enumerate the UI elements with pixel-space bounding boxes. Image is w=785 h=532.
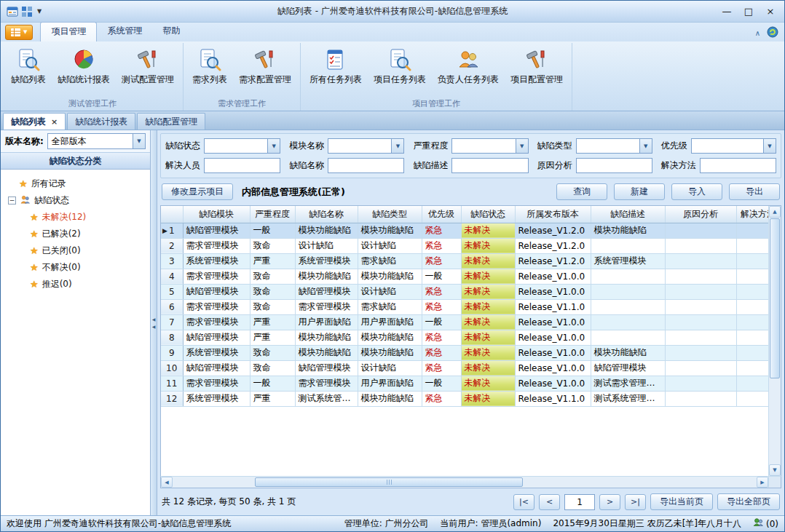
horizontal-scroll-thumb[interactable] bbox=[255, 477, 523, 487]
column-header-6[interactable]: 所属发布版本 bbox=[515, 206, 591, 223]
next-page-button[interactable]: > bbox=[599, 494, 620, 510]
minimize-button[interactable]: — bbox=[716, 4, 738, 20]
table-row[interactable]: 12系统管理模块严重测试系统管理...模块功能缺陷紧急未解决Release_V1… bbox=[161, 391, 768, 406]
column-header-3[interactable]: 缺陷类型 bbox=[358, 206, 422, 223]
tree-item-1-4[interactable]: ★推迟(0) bbox=[1, 276, 150, 293]
ribbon-button-2-0[interactable]: 所有任务列表 bbox=[305, 44, 366, 87]
ribbon-button-2-3[interactable]: 项目配置管理 bbox=[506, 44, 567, 87]
tree-item-1[interactable]: −缺陷状态 bbox=[1, 192, 150, 209]
import-button[interactable]: 导入 bbox=[671, 183, 722, 200]
filter-select-0-1[interactable]: ▼ bbox=[328, 138, 404, 154]
ribbon-button-2-1[interactable]: 项目任务列表 bbox=[369, 44, 430, 87]
tree-item-1-0[interactable]: ★未解决(12) bbox=[1, 209, 150, 226]
table-row[interactable]: 3系统管理模块严重系统管理模块需求缺陷紧急未解决Release_V1.2.0系统… bbox=[161, 253, 768, 269]
version-select[interactable]: 全部版本 ▼ bbox=[47, 133, 146, 149]
ribbon-tab-0[interactable]: 项目管理 bbox=[40, 22, 97, 41]
doc-tab-0[interactable]: 缺陷列表× bbox=[3, 113, 66, 130]
page-number-input[interactable] bbox=[564, 494, 595, 510]
close-button[interactable]: × bbox=[760, 4, 781, 20]
column-header-0[interactable]: 缺陷模块 bbox=[183, 206, 250, 223]
tree-item-1-1[interactable]: ★已解决(2) bbox=[1, 226, 150, 242]
scroll-right-icon[interactable]: ▶ bbox=[757, 477, 768, 488]
scroll-down-icon[interactable]: ▼ bbox=[769, 464, 781, 476]
vertical-scroll-thumb[interactable] bbox=[770, 218, 780, 378]
vertical-scroll-track[interactable] bbox=[769, 218, 781, 464]
modify-display-button[interactable]: 修改显示项目 bbox=[162, 183, 233, 200]
scroll-left-icon[interactable]: ◀ bbox=[161, 477, 173, 488]
maximize-button[interactable]: □ bbox=[738, 4, 760, 20]
export-current-page-button[interactable]: 导出当前页 bbox=[650, 493, 713, 510]
ribbon-tab-2[interactable]: 帮助 bbox=[152, 22, 190, 41]
table-row[interactable]: 7需求管理模块严重用户界面缺陷用户界面缺陷一般未解决Release_V1.0.0 bbox=[161, 314, 768, 330]
ribbon-tab-1[interactable]: 系统管理 bbox=[97, 22, 152, 41]
table-row[interactable]: 5缺陷管理模块致命缺陷管理模块设计缺陷紧急未解决Release_V1.0.0 bbox=[161, 284, 768, 299]
filter-select-0-4[interactable]: ▼ bbox=[691, 138, 776, 154]
query-button[interactable]: 查询 bbox=[556, 183, 607, 200]
ribbon-button-1-0[interactable]: 需求列表 bbox=[188, 44, 232, 87]
chevron-down-icon[interactable]: ▼ bbox=[267, 139, 280, 153]
filter-select-0-0[interactable]: ▼ bbox=[204, 138, 280, 154]
tree-item-1-3[interactable]: ★不解决(0) bbox=[1, 259, 150, 276]
prev-page-button[interactable]: < bbox=[539, 494, 560, 510]
chevron-down-icon[interactable]: ▼ bbox=[763, 139, 776, 153]
column-header-9[interactable]: 解决方法 bbox=[736, 206, 768, 223]
doc-tab-1[interactable]: 缺陷统计报表 bbox=[67, 113, 135, 130]
column-header-4[interactable]: 优先级 bbox=[422, 206, 461, 223]
tree-item-0[interactable]: ★所有记录 bbox=[1, 175, 150, 192]
column-header-5[interactable]: 缺陷状态 bbox=[461, 206, 515, 223]
table-row[interactable]: 4需求管理模块致命模块功能缺陷模块功能缺陷一般未解决Release_V1.0.0 bbox=[161, 269, 768, 284]
column-header-8[interactable]: 原因分析 bbox=[665, 206, 736, 223]
app-menu-button[interactable]: ▼ bbox=[5, 25, 33, 40]
collapse-sidebar-icon[interactable]: ◀ bbox=[152, 324, 156, 329]
ribbon-button-0-0[interactable]: 缺陷列表 bbox=[7, 44, 50, 87]
collapse-icon[interactable]: − bbox=[8, 196, 16, 205]
collapse-sidebar-icon[interactable]: ◀ bbox=[152, 317, 156, 322]
horizontal-scrollbar[interactable]: ◀ ▶ bbox=[160, 476, 781, 488]
column-header-2[interactable]: 缺陷名称 bbox=[295, 206, 358, 223]
table-row[interactable]: 2需求管理模块致命设计缺陷设计缺陷紧急未解决Release_V1.2.0 bbox=[161, 238, 768, 253]
filter-input-1-1[interactable] bbox=[328, 158, 404, 173]
export-all-pages-button[interactable]: 导出全部页 bbox=[717, 493, 780, 510]
filter-input-1-3[interactable] bbox=[576, 158, 652, 173]
doc-tab-2[interactable]: 缺陷配置管理 bbox=[137, 113, 205, 130]
grid-view-icon[interactable] bbox=[21, 6, 33, 17]
quick-access-dropdown-icon[interactable]: ▼ bbox=[36, 8, 43, 15]
table-row[interactable]: 6需求管理模块致命需求管理模块需求缺陷紧急未解决Release_V1.1.0 bbox=[161, 299, 768, 314]
close-tab-icon[interactable]: × bbox=[51, 117, 58, 127]
vertical-scrollbar[interactable]: ▲ ▼ bbox=[768, 206, 781, 476]
ribbon-collapse-icon[interactable]: ∧ bbox=[755, 29, 760, 37]
column-header-1[interactable]: 严重程度 bbox=[250, 206, 295, 223]
sidebar-splitter[interactable]: ◀ ◀ bbox=[151, 130, 157, 515]
table-row[interactable]: 10缺陷管理模块致命缺陷管理模块设计缺陷紧急未解决Release_V1.0.0缺… bbox=[161, 360, 768, 376]
filter-select-0-2[interactable]: ▼ bbox=[451, 138, 528, 154]
tree-item-1-2[interactable]: ★已关闭(0) bbox=[1, 242, 150, 259]
filter-input-1-4[interactable] bbox=[700, 158, 776, 173]
filter-input-1-2[interactable] bbox=[451, 158, 528, 173]
chevron-down-icon[interactable]: ▼ bbox=[391, 139, 403, 153]
row-header: 3 bbox=[161, 253, 183, 269]
horizontal-scroll-track[interactable] bbox=[173, 477, 757, 488]
ribbon-button-0-2[interactable]: 测试配置管理 bbox=[117, 44, 178, 87]
chevron-down-icon[interactable]: ▼ bbox=[133, 134, 145, 148]
chevron-down-icon[interactable]: ▼ bbox=[639, 139, 652, 153]
new-button[interactable]: 新建 bbox=[614, 183, 665, 200]
last-page-button[interactable]: >| bbox=[625, 494, 646, 510]
table-row[interactable]: ▶1缺陷管理模块一般模块功能缺陷模块功能缺陷紧急未解决Release_V1.2.… bbox=[161, 223, 768, 238]
ribbon-button-0-1[interactable]: 缺陷统计报表 bbox=[53, 44, 114, 87]
table-row[interactable]: 8缺陷管理模块严重模块功能缺陷模块功能缺陷紧急未解决Release_V1.0.0 bbox=[161, 330, 768, 345]
app-icon[interactable] bbox=[7, 6, 18, 17]
export-button[interactable]: 导出 bbox=[729, 183, 780, 200]
ribbon-button-2-2[interactable]: 负责人任务列表 bbox=[433, 44, 503, 87]
grid-cell: 严重 bbox=[250, 314, 295, 330]
filter-input-1-0[interactable] bbox=[204, 158, 280, 173]
message-indicator[interactable]: (0) bbox=[753, 517, 778, 530]
first-page-button[interactable]: |< bbox=[513, 494, 534, 510]
table-row[interactable]: 11需求管理模块一般需求管理模块用户界面缺陷一般未解决Release_V1.0.… bbox=[161, 376, 768, 391]
ribbon-button-1-1[interactable]: 需求配置管理 bbox=[234, 44, 296, 87]
chevron-down-icon[interactable]: ▼ bbox=[516, 139, 528, 153]
filter-select-0-3[interactable]: ▼ bbox=[576, 138, 652, 154]
table-row[interactable]: 9系统管理模块致命模块功能缺陷模块功能缺陷紧急未解决Release_V1.0.0… bbox=[161, 345, 768, 360]
scroll-up-icon[interactable]: ▲ bbox=[769, 206, 781, 218]
column-header-7[interactable]: 缺陷描述 bbox=[591, 206, 665, 223]
help-icon[interactable] bbox=[767, 26, 778, 39]
